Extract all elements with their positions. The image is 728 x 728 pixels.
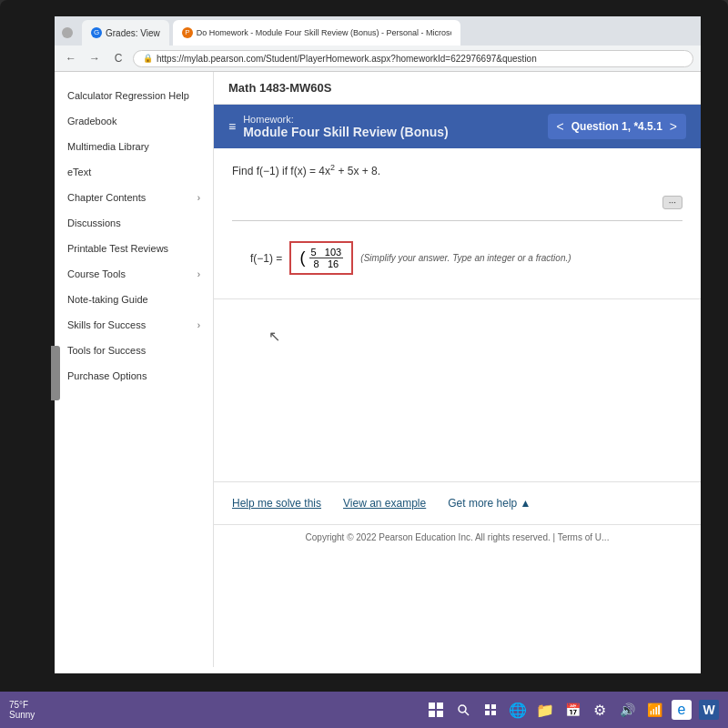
hamburger-icon[interactable]: ≡ — [228, 119, 236, 134]
next-question-button[interactable]: > — [670, 119, 677, 134]
tab-grades[interactable]: G Grades: View — [82, 20, 169, 46]
answer-input-box[interactable]: ( 5 103 8 16 — [289, 241, 353, 275]
browser-chrome: G Grades: View P Do Homework - Module Fo… — [55, 16, 701, 72]
tab-bar: G Grades: View P Do Homework - Module Fo… — [55, 16, 701, 46]
laptop-bezel: G Grades: View P Do Homework - Module Fo… — [0, 0, 728, 728]
svg-line-1 — [465, 712, 469, 715]
sidebar-item-purchase[interactable]: Purchase Options — [55, 363, 213, 389]
address-bar[interactable]: 🔒 https://mylab.pearson.com/Student/Play… — [133, 50, 693, 67]
cursor-indicator: ↖ — [268, 328, 280, 345]
copyright-text: Copyright © 2022 Pearson Education Inc. … — [306, 532, 610, 542]
sidebar-label-chapter: Chapter Contents — [67, 192, 146, 203]
fraction-denominator: 8 16 — [312, 258, 341, 269]
view-example-button[interactable]: View an example — [343, 497, 426, 510]
main-content: Math 1483-MW60S ≡ Homework: Module Four … — [214, 72, 701, 667]
taskbar: 75°F Sunny — [0, 692, 728, 728]
open-paren: ( — [300, 248, 306, 268]
homework-title-block: Homework: Module Four Skill Review (Bonu… — [243, 114, 540, 139]
homework-label: Homework: Module Four Skill Review (Bonu… — [243, 114, 540, 139]
sidebar-label-etext: eText — [67, 167, 91, 177]
windows-logo-icon — [429, 703, 443, 717]
tab-homework-label: Do Homework - Module Four Skill Review (… — [197, 28, 451, 37]
homework-name: Module Four Skill Review (Bonus) — [243, 125, 540, 139]
wifi-icon[interactable]: 📶 — [644, 700, 664, 720]
sidebar-item-skills[interactable]: Skills for Success › — [55, 312, 213, 338]
scroll-indicator — [51, 346, 60, 400]
svg-rect-2 — [485, 704, 490, 709]
question-nav: < Question 1, *4.5.1 > — [548, 114, 686, 139]
fraction-numerator: 5 103 — [309, 247, 344, 258]
chevron-right-icon: › — [197, 193, 200, 203]
refresh-button[interactable]: C — [109, 49, 127, 67]
sidebar-item-discussions[interactable]: Discussions — [55, 210, 213, 236]
divider — [232, 220, 682, 221]
temperature: 75°F — [9, 700, 35, 710]
sidebar-label-calculator: Calculator Regression Help — [67, 90, 189, 101]
sidebar-label-test-reviews: Printable Test Reviews — [67, 243, 168, 254]
edge-taskbar-icon[interactable]: 🌐 — [508, 700, 528, 720]
prev-question-button[interactable]: < — [557, 119, 564, 134]
settings-icon[interactable]: ⚙ — [590, 700, 610, 720]
sidebar-label-purchase: Purchase Options — [67, 370, 147, 381]
svg-rect-3 — [491, 704, 496, 709]
condition: Sunny — [9, 710, 35, 720]
answer-prefix-label: f(−1) = — [250, 252, 282, 265]
search-taskbar-button[interactable] — [453, 700, 473, 720]
tab-favicon-grades: G — [91, 27, 102, 38]
sidebar-item-calculator[interactable]: Calculator Regression Help — [55, 83, 213, 108]
back-button[interactable]: ← — [62, 49, 80, 67]
page-layout: Calculator Regression Help Gradebook Mul… — [55, 72, 701, 667]
get-more-help-button[interactable]: Get more help ▲ — [448, 497, 531, 510]
search-icon — [457, 703, 470, 716]
expand-math-button[interactable]: ··· — [662, 196, 682, 209]
sidebar-item-notetaking[interactable]: Note-taking Guide — [55, 287, 213, 312]
sidebar-item-test-reviews[interactable]: Printable Test Reviews — [55, 236, 213, 261]
copyright-bar: Copyright © 2022 Pearson Education Inc. … — [214, 524, 701, 550]
homework-header: ≡ Homework: Module Four Skill Review (Bo… — [214, 105, 701, 148]
answer-area: f(−1) = ( 5 103 — [232, 232, 682, 284]
sidebar-label-tools-success: Tools for Success — [67, 345, 146, 356]
help-bar: Help me solve this View an example Get m… — [214, 481, 701, 524]
address-bar-row: ← → C 🔒 https://mylab.pearson.com/Studen… — [55, 46, 701, 71]
sidebar-item-chapter[interactable]: Chapter Contents › — [55, 185, 213, 210]
sidebar-label-gradebook: Gradebook — [67, 116, 116, 126]
word-icon[interactable]: W — [699, 700, 719, 720]
course-header: Math 1483-MW60S — [214, 72, 701, 105]
svg-rect-4 — [485, 711, 490, 715]
task-view-button[interactable] — [480, 700, 500, 720]
tab-grades-label: Grades: View — [106, 28, 160, 38]
answer-hint: (Simplify your answer. Type an integer o… — [360, 253, 571, 263]
screen: G Grades: View P Do Homework - Module Fo… — [55, 16, 701, 673]
question-text: Find f(−1) if f(x) = 4x2 + 5x + 8. — [232, 163, 682, 177]
windows-start-button[interactable] — [426, 700, 446, 720]
browser-icon[interactable]: e — [672, 700, 692, 720]
sidebar-label-multimedia: Multimedia Library — [67, 141, 149, 152]
tab-homework[interactable]: P Do Homework - Module Four Skill Review… — [173, 20, 460, 46]
sidebar-label-notetaking: Note-taking Guide — [67, 294, 148, 305]
svg-point-0 — [459, 705, 466, 713]
taskbar-weather: 75°F Sunny — [9, 700, 35, 720]
svg-rect-5 — [491, 711, 496, 715]
cursor-area: ↖ — [214, 299, 701, 372]
volume-icon[interactable]: 🔊 — [617, 700, 637, 720]
sidebar-item-multimedia[interactable]: Multimedia Library — [55, 134, 213, 159]
lock-icon: 🔒 — [143, 54, 153, 63]
sidebar-item-etext[interactable]: eText — [55, 159, 213, 185]
address-text: https://mylab.pearson.com/Student/Player… — [157, 54, 537, 64]
chevron-right-icon-3: › — [197, 320, 200, 330]
task-view-icon — [484, 703, 497, 716]
calendar-icon[interactable]: 📅 — [562, 700, 582, 720]
sidebar-item-tools-success[interactable]: Tools for Success — [55, 338, 213, 363]
sidebar-item-course-tools[interactable]: Course Tools › — [55, 261, 213, 287]
sidebar-item-gradebook[interactable]: Gradebook — [55, 108, 213, 134]
file-explorer-icon[interactable]: 📁 — [535, 700, 555, 720]
fraction-display: ( 5 103 8 16 — [300, 247, 344, 269]
help-me-solve-button[interactable]: Help me solve this — [232, 497, 321, 510]
window-controls — [62, 27, 73, 38]
window-close[interactable] — [62, 27, 73, 38]
forward-button[interactable]: → — [86, 49, 104, 67]
sidebar-label-skills: Skills for Success — [67, 319, 146, 330]
question-number-label: Question 1, *4.5.1 — [571, 120, 662, 133]
sidebar-label-course-tools: Course Tools — [67, 268, 126, 279]
question-content: Find f(−1) if f(x) = 4x2 + 5x + 8. ··· f… — [214, 148, 701, 299]
